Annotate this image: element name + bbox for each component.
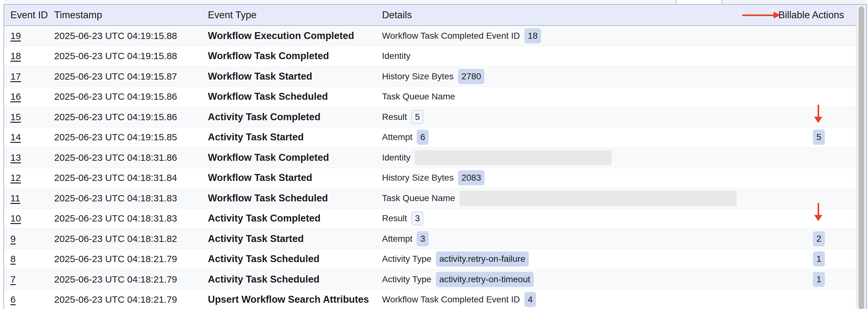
event-type: Activity Task Started <box>208 229 304 249</box>
redacted-value-box <box>415 150 612 165</box>
event-details: Identity <box>382 46 410 66</box>
table-row[interactable]: 14 2025-06-23 UTC 04:19:15.85 Activity T… <box>4 128 866 148</box>
detail-value-badge: 2780 <box>458 69 485 84</box>
detail-label: History Size Bytes <box>382 71 454 81</box>
timestamp: 2025-06-23 UTC 04:18:21.79 <box>54 269 177 289</box>
table-row[interactable]: 9 2025-06-23 UTC 04:18:31.82 Activity Ta… <box>4 229 866 249</box>
event-type: Activity Task Completed <box>208 209 321 229</box>
detail-label: Workflow Task Completed Event ID <box>382 295 520 305</box>
column-header-details: Details <box>382 5 412 25</box>
timestamp: 2025-06-23 UTC 04:19:15.86 <box>54 87 177 107</box>
event-details: Attempt 3 <box>382 229 429 249</box>
event-type: Workflow Task Completed <box>208 147 329 168</box>
event-history-screen: Event ID Timestamp Event Type Details Bi… <box>0 0 868 309</box>
detail-label: History Size Bytes <box>382 173 454 183</box>
billable-actions-cell: 2 <box>809 229 829 249</box>
detail-label: Result <box>382 112 407 122</box>
timestamp: 2025-06-23 UTC 04:18:31.83 <box>54 209 177 229</box>
table-row[interactable]: 15 2025-06-23 UTC 04:19:15.86 Activity T… <box>4 107 866 128</box>
detail-label: Attempt <box>382 132 412 142</box>
event-details: History Size Bytes 2083 <box>382 168 485 188</box>
detail-value-badge: activity.retry-on-failure <box>436 251 529 267</box>
event-details: Result 3 <box>382 209 423 229</box>
detail-value-badge: 3 <box>417 231 429 246</box>
timestamp: 2025-06-23 UTC 04:18:21.79 <box>54 249 177 269</box>
detail-label: Activity Type <box>382 254 432 264</box>
event-id-link[interactable]: 18 <box>10 46 21 66</box>
event-details: Result 5 <box>382 107 423 127</box>
event-details: Activity Type activity.retry-on-failure <box>382 249 529 269</box>
column-header-event-id: Event ID <box>10 5 48 25</box>
event-details: Task Queue Name <box>382 188 737 208</box>
event-id-link[interactable]: 9 <box>10 229 16 249</box>
event-id-link[interactable]: 15 <box>10 107 21 127</box>
event-type: Activity Task Completed <box>208 107 321 127</box>
scrollbar-thumb[interactable] <box>859 6 864 309</box>
event-id-link[interactable]: 7 <box>10 269 16 289</box>
billable-actions-badge: 1 <box>813 251 825 267</box>
table-row[interactable]: 11 2025-06-23 UTC 04:18:31.83 Workflow T… <box>4 188 866 209</box>
table-header-row: Event ID Timestamp Event Type Details Bi… <box>4 5 866 26</box>
detail-label: Identity <box>382 51 410 61</box>
column-header-event-type: Event Type <box>208 5 257 25</box>
detail-label: Task Queue Name <box>382 193 455 203</box>
timestamp: 2025-06-23 UTC 04:19:15.85 <box>54 128 177 147</box>
table-right-border <box>866 4 867 309</box>
event-type: Activity Task Scheduled <box>208 269 319 289</box>
billable-actions-badge: 2 <box>813 231 825 246</box>
event-details: Identity <box>382 147 612 168</box>
table-row[interactable]: 18 2025-06-23 UTC 04:19:15.88 Workflow T… <box>4 46 866 67</box>
column-header-timestamp: Timestamp <box>54 5 102 25</box>
event-type: Workflow Task Scheduled <box>208 87 328 107</box>
event-type: Upsert Workflow Search Attributes <box>208 290 369 309</box>
billable-actions-badge: 1 <box>813 272 825 287</box>
event-details: History Size Bytes 2780 <box>382 66 485 87</box>
event-id-link[interactable]: 6 <box>10 290 16 309</box>
billable-actions-cell: 1 <box>809 249 829 269</box>
table-row[interactable]: 16 2025-06-23 UTC 04:19:15.86 Workflow T… <box>4 87 866 107</box>
timestamp: 2025-06-23 UTC 04:19:15.87 <box>54 66 177 87</box>
redacted-value-box <box>460 191 737 206</box>
event-id-link[interactable]: 12 <box>10 168 21 188</box>
detail-value-badge: 4 <box>524 292 536 307</box>
billable-actions-badge: 5 <box>813 130 825 145</box>
event-details: Task Queue Name <box>382 87 455 107</box>
detail-value-badge: 6 <box>417 130 429 145</box>
detail-label: Attempt <box>382 234 412 244</box>
detail-value-badge: 5 <box>411 110 423 124</box>
table-row[interactable]: 19 2025-06-23 UTC 04:19:15.88 Workflow E… <box>4 26 866 46</box>
timestamp: 2025-06-23 UTC 04:19:15.88 <box>54 46 177 66</box>
event-type: Workflow Task Started <box>208 168 312 188</box>
table-row[interactable]: 7 2025-06-23 UTC 04:18:21.79 Activity Ta… <box>4 269 866 290</box>
event-type: Activity Task Scheduled <box>208 249 319 269</box>
detail-label: Activity Type <box>382 274 432 284</box>
event-details: Attempt 6 <box>382 128 429 147</box>
event-history-table: Event ID Timestamp Event Type Details Bi… <box>3 4 867 309</box>
event-details: Workflow Task Completed Event ID 4 <box>382 290 536 309</box>
timestamp: 2025-06-23 UTC 04:18:31.86 <box>54 147 177 168</box>
timestamp: 2025-06-23 UTC 04:19:15.88 <box>54 26 177 46</box>
toolbar-remnant-button[interactable] <box>676 0 722 4</box>
event-type: Workflow Task Scheduled <box>208 188 328 208</box>
event-id-link[interactable]: 11 <box>10 188 20 208</box>
table-row[interactable]: 10 2025-06-23 UTC 04:18:31.83 Activity T… <box>4 209 866 229</box>
table-row[interactable]: 8 2025-06-23 UTC 04:18:21.79 Activity Ta… <box>4 249 866 270</box>
table-row[interactable]: 6 2025-06-23 UTC 04:18:21.79 Upsert Work… <box>4 290 866 309</box>
table-row[interactable]: 13 2025-06-23 UTC 04:18:31.86 Workflow T… <box>4 147 866 168</box>
event-id-link[interactable]: 14 <box>10 128 21 147</box>
table-row[interactable]: 12 2025-06-23 UTC 04:18:31.84 Workflow T… <box>4 168 866 188</box>
toolbar-remnant-left <box>3 0 676 4</box>
event-type: Workflow Task Completed <box>208 46 329 66</box>
event-id-link[interactable]: 8 <box>10 249 16 269</box>
event-id-link[interactable]: 10 <box>10 209 21 229</box>
event-id-link[interactable]: 19 <box>10 26 21 46</box>
event-id-link[interactable]: 16 <box>10 87 21 107</box>
table-row[interactable]: 17 2025-06-23 UTC 04:19:15.87 Workflow T… <box>4 66 866 87</box>
detail-value-badge: 18 <box>524 28 541 43</box>
detail-label: Identity <box>382 152 410 163</box>
timestamp: 2025-06-23 UTC 04:19:15.86 <box>54 107 177 127</box>
event-id-link[interactable]: 17 <box>10 66 21 87</box>
event-id-link[interactable]: 13 <box>10 147 21 168</box>
scrollbar-track[interactable] <box>856 5 866 309</box>
red-arrow-right-icon <box>742 11 780 19</box>
